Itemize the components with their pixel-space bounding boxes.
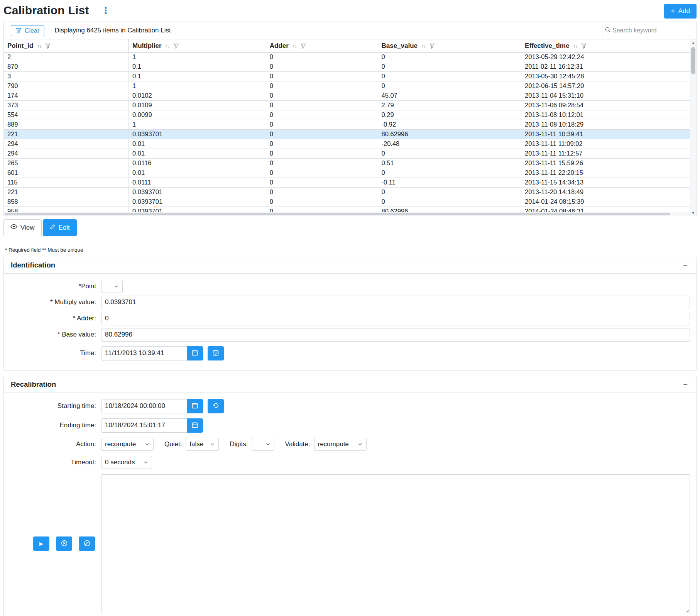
filter-icon[interactable] bbox=[301, 43, 306, 49]
table-cell: 1 bbox=[129, 81, 266, 91]
chevron-down-icon bbox=[265, 442, 271, 447]
required-note: * Required field ** Must be unique bbox=[5, 247, 697, 253]
filter-icon[interactable] bbox=[581, 43, 587, 49]
quiet-select[interactable]: false bbox=[186, 438, 219, 451]
kebab-menu-icon[interactable]: ⋮ bbox=[101, 6, 110, 15]
tab-view[interactable]: View bbox=[3, 219, 42, 236]
abort-button[interactable] bbox=[56, 536, 72, 551]
timeout-select[interactable]: 0 seconds bbox=[101, 456, 152, 469]
ending-time-label: Ending time: bbox=[4, 421, 101, 429]
table-row[interactable]: 30.1002013-05-30 12:45:28 bbox=[4, 71, 690, 81]
scrollbar-thumb[interactable] bbox=[691, 47, 695, 74]
column-header-base-value[interactable]: Base_value ↑↓ bbox=[378, 39, 521, 52]
column-header-effective-time[interactable]: Effective_time ↑↓ bbox=[521, 39, 690, 52]
scroll-up-icon[interactable]: ▲ bbox=[690, 39, 696, 46]
filter-icon[interactable] bbox=[45, 43, 51, 49]
action-select-value: recompute bbox=[105, 440, 136, 448]
sort-icon[interactable]: ↑↓ bbox=[573, 43, 577, 49]
table-cell: 870 bbox=[4, 62, 129, 71]
table-cell: 1 bbox=[129, 120, 266, 129]
table-cell: -20.48 bbox=[378, 139, 521, 149]
collapse-icon[interactable]: − bbox=[681, 261, 689, 269]
sort-icon[interactable]: ↑↓ bbox=[421, 43, 426, 49]
column-header-multiplier[interactable]: Multiplier ↑↓ bbox=[129, 39, 266, 52]
add-button[interactable]: + Add bbox=[664, 4, 697, 19]
run-button[interactable]: ▶ bbox=[33, 536, 49, 551]
table-cell: 80.62996 bbox=[378, 129, 521, 139]
digits-select[interactable] bbox=[252, 438, 274, 451]
recalibration-title: Recalibration bbox=[11, 380, 56, 389]
digits-label: Digits: bbox=[230, 440, 248, 448]
starting-time-row: Starting time: bbox=[4, 399, 690, 413]
table-scrollbar[interactable]: ▲ ▼ bbox=[690, 39, 696, 216]
table-row[interactable]: 21002013-05-29 12:42:24 bbox=[4, 52, 690, 62]
history-reset-button[interactable] bbox=[208, 399, 224, 413]
table-row[interactable]: 2940.010-20.482013-11-11 11:09:02 bbox=[4, 139, 690, 149]
scroll-down-icon[interactable]: ▼ bbox=[690, 211, 696, 215]
table-cell: 0.01 bbox=[129, 149, 266, 158]
table-cell: 2.79 bbox=[378, 100, 521, 110]
table-row[interactable]: 2940.01002013-11-11 11:12:57 bbox=[4, 149, 690, 158]
calendar-check-icon bbox=[213, 350, 219, 357]
multiply-label: * Multiply value: bbox=[4, 298, 101, 306]
calendar-button[interactable] bbox=[187, 346, 203, 360]
search-input[interactable] bbox=[612, 27, 686, 34]
starting-time-input[interactable] bbox=[101, 399, 187, 413]
column-header-point-id[interactable]: Point_id ↑↓ bbox=[4, 39, 129, 52]
search-icon bbox=[605, 27, 611, 35]
column-label: Base_value bbox=[382, 42, 418, 50]
table-cell: 0 bbox=[266, 71, 378, 81]
calendar-button[interactable] bbox=[187, 399, 203, 413]
eye-icon bbox=[10, 223, 17, 232]
calendar-secondary-button[interactable] bbox=[208, 346, 224, 360]
table-row[interactable]: 88910-0.922013-11-08 10:18:29 bbox=[4, 120, 690, 129]
identification-body: *Point * Multiply value: * Adder: * Base… bbox=[4, 274, 696, 370]
disable-button[interactable] bbox=[79, 536, 95, 551]
validate-select[interactable]: recompute bbox=[314, 438, 367, 451]
chevron-down-icon bbox=[114, 284, 119, 289]
output-row: ▶ bbox=[4, 474, 690, 613]
recalibration-panel: Recalibration − Starting time: Ending ti… bbox=[3, 376, 697, 616]
sort-icon[interactable]: ↑↓ bbox=[166, 43, 170, 49]
filter-icon[interactable] bbox=[429, 43, 435, 49]
collapse-icon[interactable]: − bbox=[681, 381, 689, 388]
table-row[interactable]: 3730.010902.792013-11-06 09:28:54 bbox=[4, 100, 690, 110]
filter-icon[interactable] bbox=[174, 43, 179, 49]
table-row[interactable]: 2210.0393701080.629962013-11-11 10:39:41 bbox=[4, 129, 690, 139]
base-value-input[interactable] bbox=[101, 328, 690, 342]
time-input[interactable] bbox=[101, 346, 187, 360]
table-row[interactable]: 1150.01110-0.112013-11-15 14:34:13 bbox=[4, 178, 690, 187]
table-cell: 0 bbox=[266, 52, 378, 62]
table-hscrollbar[interactable] bbox=[4, 212, 690, 216]
table-row[interactable]: 1740.0102045.072013-11-04 15:31:10 bbox=[4, 91, 690, 100]
table-row[interactable]: 8700.1002011-02-11 16:12:31 bbox=[4, 62, 690, 71]
table-cell: 373 bbox=[4, 100, 129, 110]
point-select[interactable] bbox=[101, 280, 123, 293]
multiply-row: * Multiply value: bbox=[4, 296, 690, 309]
adder-value-input[interactable] bbox=[101, 312, 690, 325]
ending-time-input[interactable] bbox=[101, 418, 187, 433]
mode-tabs: View Edit bbox=[3, 219, 697, 236]
table-row[interactable]: 6010.01002013-11-11 22:20:15 bbox=[4, 168, 690, 178]
clear-filters-button[interactable]: Clear bbox=[11, 25, 44, 36]
sort-icon[interactable]: ↑↓ bbox=[293, 43, 297, 49]
table-row[interactable]: 5540.009900.292013-11-08 10:12:01 bbox=[4, 110, 690, 120]
calendar-button[interactable] bbox=[187, 418, 203, 433]
tab-edit[interactable]: Edit bbox=[43, 219, 77, 236]
action-select[interactable]: recompute bbox=[101, 438, 154, 451]
column-header-adder[interactable]: Adder ↑↓ bbox=[266, 39, 378, 52]
output-textarea[interactable] bbox=[101, 474, 690, 613]
table-row[interactable]: 2210.0393701002013-11-20 14:18:49 bbox=[4, 187, 690, 197]
table-cell: 0.0393701 bbox=[129, 129, 266, 139]
table-row[interactable]: 8580.0393701002014-01-24 08:15:39 bbox=[4, 197, 690, 206]
chevron-down-icon bbox=[143, 460, 148, 465]
table-cell: 0 bbox=[266, 168, 378, 178]
table-row[interactable]: 7901002012-06-15 14:57:20 bbox=[4, 81, 690, 91]
page-title: Calibration List bbox=[3, 4, 89, 17]
table-row[interactable]: 2650.011600.512013-11-11 15:59:26 bbox=[4, 158, 690, 168]
hscrollbar-thumb[interactable] bbox=[5, 213, 670, 215]
point-row: *Point bbox=[4, 280, 690, 293]
sort-icon[interactable]: ↑↓ bbox=[37, 43, 41, 49]
table-cell: 115 bbox=[4, 178, 129, 187]
multiply-value-input[interactable] bbox=[101, 296, 690, 309]
